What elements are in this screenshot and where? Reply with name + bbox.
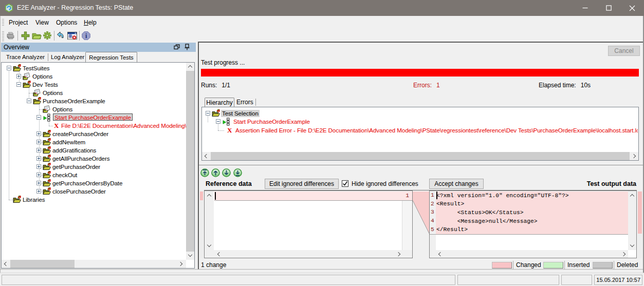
tab-regression-tests[interactable]: Regression Tests: [85, 52, 137, 63]
tree-row[interactable]: Options: [2, 89, 186, 97]
reference-editor[interactable]: 1: [214, 191, 412, 250]
tree-item-label-selected[interactable]: Start PurchaseOrderExample: [53, 113, 133, 121]
tree-row[interactable]: createPurchaseOrder: [2, 130, 186, 138]
scroll-left-icon[interactable]: [217, 252, 222, 256]
scrollbar-thumb[interactable]: [211, 152, 630, 160]
tree-item-label[interactable]: File D:\E2E Documentation\Advanced Model…: [61, 122, 186, 129]
tree-horizontal-scrollbar[interactable]: [2, 260, 186, 268]
previous-change-button[interactable]: [211, 168, 220, 177]
tree-item-label[interactable]: TestSuites: [23, 65, 50, 72]
menubar-grip[interactable]: [2, 19, 4, 27]
changed-line[interactable]: 1: [214, 192, 412, 200]
scroll-down-icon[interactable]: [207, 243, 211, 247]
minimize-button[interactable]: [573, 0, 597, 16]
tree-row[interactable]: X File D:\E2E Documentation\Advanced Mod…: [2, 122, 186, 130]
next-change-button[interactable]: [222, 168, 231, 177]
expand-expander[interactable]: [36, 131, 41, 136]
tree-row[interactable]: Start PurchaseOrderExample: [202, 118, 638, 126]
hierarchy-horizontal-scrollbar[interactable]: [202, 152, 638, 160]
collapse-expander[interactable]: [216, 119, 220, 124]
accept-changes-button[interactable]: Accept changes: [429, 179, 484, 189]
tree-row[interactable]: addGratifications: [2, 146, 186, 155]
right-diff-ruler[interactable]: [638, 191, 642, 258]
maximize-button[interactable]: [597, 0, 620, 16]
tree-row[interactable]: Libraries: [2, 196, 186, 204]
expand-expander[interactable]: [36, 173, 41, 177]
tree-item-label[interactable]: closePurchaseOrder: [52, 188, 106, 195]
settings-gear-icon[interactable]: [43, 31, 51, 40]
changed-mark[interactable]: [200, 192, 203, 200]
left-pane-horizontal-scrollbar[interactable]: [205, 250, 412, 258]
right-pane-horizontal-scrollbar[interactable]: [430, 250, 628, 258]
scroll-left-icon[interactable]: [205, 154, 209, 158]
tree-row[interactable]: TestSuites: [2, 64, 186, 72]
right-pane-vertical-scrollbar[interactable]: [628, 191, 636, 250]
expand-expander[interactable]: [16, 74, 21, 79]
tree-row[interactable]: getAllPurchaseOrders: [2, 155, 186, 163]
scrollbar-thumb[interactable]: [10, 260, 75, 268]
menu-view[interactable]: View: [35, 16, 49, 29]
menu-project[interactable]: Project: [9, 16, 28, 29]
about-info-icon[interactable]: [82, 31, 90, 40]
expand-expander[interactable]: [36, 181, 41, 185]
changed-mark[interactable]: [638, 192, 642, 234]
tree-row[interactable]: getPurchaseOrder: [2, 163, 186, 171]
tab-log-analyzer[interactable]: Log Analyzer: [51, 52, 84, 62]
scroll-right-icon[interactable]: [178, 262, 182, 266]
output-editor[interactable]: <?xml version="1.0" encoding="UTF-8"?> <…: [436, 191, 628, 250]
pin-icon[interactable]: [185, 44, 190, 50]
code-line[interactable]: <Result>: [436, 200, 464, 208]
info-window-icon[interactable]: [67, 32, 77, 40]
toolbar-grip[interactable]: [2, 31, 4, 41]
collapse-expander[interactable]: [16, 82, 21, 87]
expand-expander[interactable]: [36, 148, 41, 152]
tree-vertical-scrollbar[interactable]: [186, 63, 194, 260]
tree-row[interactable]: Options: [2, 105, 186, 113]
tree-row[interactable]: Test Selection: [202, 109, 638, 118]
code-line[interactable]: <Status>OK</Status>: [436, 208, 523, 217]
tree-item-label[interactable]: Dev Tests: [32, 81, 58, 88]
float-window-icon[interactable]: [174, 44, 180, 50]
expand-expander[interactable]: [36, 164, 41, 169]
code-line[interactable]: </Result>: [436, 225, 468, 234]
scroll-up-icon[interactable]: [188, 65, 192, 69]
tree-row[interactable]: checkOut: [2, 171, 186, 179]
menu-options[interactable]: Options: [56, 16, 77, 29]
tree-row[interactable]: Dev Tests: [2, 81, 186, 89]
tree-row[interactable]: Options: [2, 72, 186, 81]
new-icon[interactable]: [21, 31, 30, 40]
tab-hierarchy[interactable]: Hierarchy: [205, 98, 234, 107]
tree-item-label[interactable]: Options: [43, 89, 63, 97]
tab-trace-analyzer[interactable]: Trace Analyzer: [6, 52, 45, 62]
scroll-right-icon[interactable]: [621, 252, 625, 256]
expand-expander[interactable]: [36, 156, 41, 161]
hide-ignored-differences-label[interactable]: Hide ignored differences: [352, 180, 418, 187]
tree-item-label[interactable]: addGratifications: [52, 147, 96, 154]
reference-data-pane[interactable]: 1: [204, 190, 413, 258]
tree-row[interactable]: addNewItem: [2, 138, 186, 146]
scroll-left-icon[interactable]: [4, 262, 8, 266]
edit-ignored-differences-button[interactable]: Edit ignored differences: [265, 179, 339, 189]
tree-row[interactable]: X Assertion Failed Error - File D:\E2E D…: [202, 126, 638, 135]
tree-row[interactable]: PurchaseOrderExample: [2, 97, 186, 105]
collapse-expander[interactable]: [206, 111, 210, 116]
scroll-up-icon[interactable]: [207, 194, 211, 198]
tree-item-label[interactable]: getAllPurchaseOrders: [52, 155, 109, 162]
left-pane-vertical-scrollbar[interactable]: [205, 191, 214, 250]
print-icon[interactable]: [6, 31, 15, 40]
tree-row[interactable]: Start PurchaseOrderExample: [2, 113, 186, 122]
tree-item-label-selected[interactable]: Test Selection: [221, 110, 260, 117]
tree-item-label[interactable]: Libraries: [23, 196, 45, 203]
tree-item-label[interactable]: Start PurchaseOrderExample: [233, 118, 310, 125]
scroll-left-icon[interactable]: [438, 252, 443, 256]
menu-help[interactable]: Help: [84, 16, 97, 29]
last-change-button[interactable]: [233, 168, 242, 177]
tab-errors[interactable]: Errors: [236, 98, 253, 107]
expand-expander[interactable]: [36, 189, 41, 194]
tree-item-label[interactable]: getPurchaseOrdersByDate: [52, 180, 122, 187]
expand-expander[interactable]: [36, 140, 41, 144]
tree-item-label[interactable]: PurchaseOrderExample: [43, 98, 105, 105]
undo-icon[interactable]: [57, 31, 65, 40]
tree-item-label[interactable]: Options: [52, 106, 72, 113]
scroll-up-icon[interactable]: [630, 194, 634, 198]
